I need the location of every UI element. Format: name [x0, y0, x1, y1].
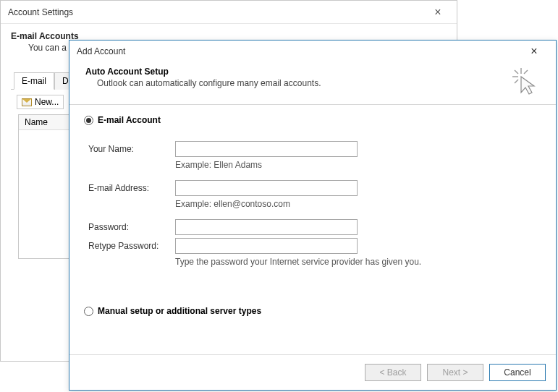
retype-password-input[interactable]: [175, 238, 358, 254]
password-label: Password:: [88, 222, 175, 232]
next-button[interactable]: Next >: [427, 364, 483, 381]
your-name-label: Your Name:: [88, 144, 175, 154]
new-account-button[interactable]: New...: [17, 95, 64, 109]
retype-password-label: Retype Password:: [88, 241, 175, 251]
svg-line-2: [515, 70, 518, 74]
your-name-hint: Example: Ellen Adams: [88, 160, 541, 170]
mail-icon: [22, 98, 32, 106]
radio-email-account[interactable]: E-mail Account: [84, 115, 541, 125]
wizard-header: Auto Account Setup Outlook can automatic…: [69, 62, 556, 105]
new-button-label: New...: [35, 97, 59, 107]
account-settings-titlebar: Account Settings ×: [1, 1, 457, 24]
password-input[interactable]: [175, 219, 358, 235]
add-account-title: Add Account: [77, 46, 125, 56]
email-input[interactable]: [175, 180, 358, 196]
cancel-button[interactable]: Cancel: [489, 364, 546, 381]
wizard-body: E-mail Account Your Name: Example: Ellen…: [69, 105, 556, 354]
radio-email-label: E-mail Account: [98, 115, 161, 125]
radio-manual-setup[interactable]: Manual setup or additional server types: [84, 306, 541, 316]
add-account-window: Add Account × Auto Account Setup Outlook…: [69, 40, 557, 391]
tab-email[interactable]: E-mail: [14, 72, 54, 90]
email-hint: Example: ellen@contoso.com: [88, 199, 541, 209]
your-name-input[interactable]: [175, 141, 358, 157]
radio-manual-label: Manual setup or additional server types: [98, 306, 261, 316]
password-hint: Type the password your Internet service …: [88, 257, 541, 267]
svg-line-4: [515, 80, 518, 83]
radio-icon: [84, 116, 93, 125]
wizard-button-bar: < Back Next > Cancel: [69, 354, 556, 390]
radio-icon: [84, 307, 93, 316]
wizard-heading: Auto Account Setup: [85, 67, 321, 77]
cursor-click-icon: [511, 67, 540, 95]
close-icon[interactable]: ×: [426, 6, 449, 19]
add-account-titlebar: Add Account ×: [69, 41, 556, 62]
back-button[interactable]: < Back: [365, 364, 421, 381]
email-label: E-mail Address:: [88, 183, 175, 193]
account-settings-title: Account Settings: [8, 7, 73, 17]
svg-line-3: [524, 70, 528, 74]
fields-group: Your Name: Example: Ellen Adams E-mail A…: [84, 141, 541, 267]
close-icon[interactable]: ×: [520, 41, 549, 62]
wizard-subheading: Outlook can automatically configure many…: [85, 78, 321, 88]
